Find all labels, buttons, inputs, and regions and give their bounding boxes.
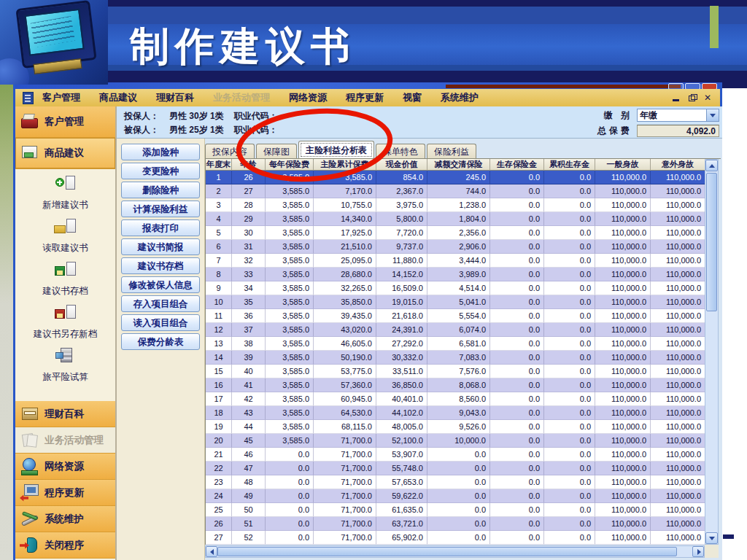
- scroll-left-icon[interactable]: [206, 546, 217, 557]
- table-row[interactable]: 17423,585.060,945.040,401.08,560.00.00.0…: [206, 392, 705, 406]
- table-row[interactable]: 10353,585.035,850.019,015.05,041.00.00.0…: [206, 295, 705, 309]
- tab-投保内容[interactable]: 投保内容: [205, 144, 255, 159]
- table-cell: 5: [206, 226, 232, 240]
- table-row[interactable]: 18433,585.064,530.044,102.09,043.00.00.0…: [206, 406, 705, 420]
- table-row[interactable]: 24490.071,700.059,622.00.00.00.0110,000.…: [206, 489, 705, 503]
- table-cell: 24,391.0: [376, 323, 427, 337]
- table-cell: 9,737.0: [376, 240, 427, 254]
- table-cell: 30: [232, 226, 266, 240]
- table-row[interactable]: 5303,585.017,925.07,720.02,356.00.00.011…: [206, 226, 705, 240]
- table-row[interactable]: 23480.071,700.057,653.00.00.00.0110,000.…: [206, 475, 705, 489]
- table-row[interactable]: 1263,585.03,585.0854.0245.00.00.0110,000…: [206, 171, 705, 184]
- table-cell: 8,068.0: [427, 378, 490, 392]
- table-row[interactable]: 19443,585.068,115.048,005.09,526.00.00.0…: [206, 420, 705, 434]
- table-cell: 28: [232, 198, 266, 212]
- table-cell: 0.0: [490, 337, 544, 351]
- doc-save-icon: [54, 260, 77, 281]
- table-row[interactable]: 14393,585.050,190.030,332.07,083.00.00.0…: [206, 351, 705, 365]
- menu-item-网络资源[interactable]: 网络资源: [289, 91, 327, 104]
- pay-mode-select[interactable]: 年缴: [637, 109, 719, 122]
- sidebar-tool-新增建议书[interactable]: 新增建议书: [15, 171, 115, 211]
- table-cell: 0.0: [490, 226, 544, 240]
- menu-item-系统维护[interactable]: 系统维护: [441, 91, 479, 104]
- sidebar-item-系统维护[interactable]: 系统维护: [15, 506, 115, 532]
- sidebar-tool-建议书存档[interactable]: 建议书存档: [15, 257, 115, 298]
- table-cell: 8: [206, 268, 232, 281]
- horizontal-scrollbar-thumb[interactable]: [217, 547, 677, 556]
- vertical-scrollbar-thumb[interactable]: [706, 173, 717, 311]
- tab-主险利益分析表[interactable]: 主险利益分析表: [298, 141, 374, 159]
- table-cell: 0.0: [490, 434, 544, 448]
- horizontal-scrollbar[interactable]: [205, 545, 705, 558]
- table-row[interactable]: 11363,585.039,435.021,618.05,554.00.00.0…: [206, 309, 705, 323]
- table-cell: 46: [232, 448, 266, 462]
- action-button-保费分龄表[interactable]: 保费分龄表: [121, 333, 200, 350]
- action-button-删除险种[interactable]: 删除险种: [121, 182, 200, 198]
- table-row[interactable]: 21460.071,700.053,907.00.00.00.0110,000.…: [206, 448, 705, 462]
- close-icon[interactable]: [704, 94, 713, 102]
- table-cell: 68,115.0: [314, 420, 376, 434]
- sidebar-tool-读取建议书[interactable]: 读取建议书: [15, 214, 115, 254]
- screen-scribble: [31, 16, 75, 47]
- menu-item-视窗[interactable]: 视窗: [403, 91, 422, 104]
- tab-保单特色[interactable]: 保单特色: [376, 144, 425, 159]
- table-row[interactable]: 15403,585.053,775.033,511.07,576.00.00.0…: [206, 365, 705, 378]
- table-cell: 3,585.0: [266, 365, 314, 378]
- action-button-报表打印[interactable]: 报表打印: [121, 219, 200, 236]
- monitor-graphic: [15, 0, 96, 69]
- action-button-修改被保人信息[interactable]: 修改被保人信息: [121, 276, 200, 293]
- table-row[interactable]: 16413,585.057,360.036,850.08,068.00.00.0…: [206, 378, 705, 392]
- scroll-right-icon[interactable]: [692, 546, 704, 557]
- table-row[interactable]: 27520.071,700.065,902.00.00.00.0110,000.…: [206, 531, 705, 545]
- sidebar-item-程序更新[interactable]: 程序更新: [15, 480, 115, 506]
- sidebar-item-商品建议[interactable]: 商品建议: [15, 138, 115, 169]
- sidebar-item-理财百科[interactable]: 理财百科: [15, 401, 115, 427]
- table-row[interactable]: 9343,585.032,265.016,509.04,514.00.00.01…: [206, 281, 705, 295]
- table-row[interactable]: 12373,585.043,020.024,391.06,074.00.00.0…: [206, 323, 705, 337]
- tab-保障图[interactable]: 保障图: [256, 144, 297, 159]
- sidebar-tool-旅平险试算[interactable]: 旅平险试算: [15, 343, 115, 384]
- table-cell: 60,945.0: [314, 392, 376, 406]
- action-button-建议书存档[interactable]: 建议书存档: [121, 257, 200, 274]
- menu-item-程序更新[interactable]: 程序更新: [346, 91, 384, 104]
- table-row[interactable]: 2273,585.07,170.02,367.0744.00.00.0110,0…: [206, 184, 705, 198]
- action-button-计算保险利益[interactable]: 计算保险利益: [121, 201, 200, 217]
- action-button-存入项目组合[interactable]: 存入项目组合: [121, 295, 200, 312]
- table-row[interactable]: 22470.071,700.055,748.00.00.00.0110,000.…: [206, 462, 705, 475]
- table-row[interactable]: 6313,585.021,510.09,737.02,906.00.00.011…: [206, 240, 705, 254]
- table-row[interactable]: 13383,585.046,605.027,292.06,581.00.00.0…: [206, 337, 705, 351]
- menu-bar: 客户管理商品建议理财百科业务活动管理网络资源程序更新视窗系统维护: [15, 89, 720, 107]
- table-row[interactable]: 3283,585.010,755.03,975.01,238.00.00.011…: [206, 198, 705, 212]
- restore-icon[interactable]: [688, 94, 697, 102]
- chevron-down-icon[interactable]: [706, 109, 719, 121]
- tab-保险利益[interactable]: 保险利益: [427, 144, 476, 159]
- table-row[interactable]: 8333,585.028,680.014,152.03,989.00.00.01…: [206, 268, 705, 281]
- menu-item-理财百科[interactable]: 理财百科: [156, 91, 194, 104]
- table-row[interactable]: 7323,585.025,095.011,880.03,444.00.00.01…: [206, 254, 705, 268]
- table-cell: 0.0: [490, 184, 544, 198]
- table-cell: 4: [206, 212, 232, 226]
- presentation-slide: 制作建议书 客户管理商品建议理财百科业务活动管理网络资源程序更新视窗系统维护: [0, 0, 747, 560]
- sidebar-tool-建议书另存新档[interactable]: 建议书另存新档: [15, 300, 115, 341]
- action-button-变更险种[interactable]: 变更险种: [121, 163, 200, 179]
- table-row[interactable]: 25500.071,700.061,635.00.00.00.0110,000.…: [206, 503, 705, 517]
- action-button-建议书简报[interactable]: 建议书简报: [121, 238, 200, 255]
- table-cell: 110,000.0: [651, 198, 705, 212]
- action-button-读入项目组合[interactable]: 读入项目组合: [121, 314, 200, 331]
- table-row[interactable]: 4293,585.014,340.05,800.01,804.00.00.011…: [206, 212, 705, 226]
- action-button-添加险种[interactable]: 添加险种: [121, 144, 200, 160]
- scroll-up-icon[interactable]: [705, 160, 718, 171]
- sidebar-item-关闭程序[interactable]: 关闭程序: [15, 532, 115, 559]
- table-row[interactable]: 26510.071,700.063,721.00.00.00.0110,000.…: [206, 517, 705, 531]
- menu-item-客户管理[interactable]: 客户管理: [42, 91, 80, 104]
- scroll-down-icon[interactable]: [705, 532, 718, 544]
- table-cell: 110,000.0: [595, 337, 651, 351]
- table-row[interactable]: 20453,585.071,700.052,100.010,000.00.00.…: [206, 434, 705, 448]
- sidebar-item-网络资源[interactable]: 网络资源: [15, 454, 115, 480]
- menu-item-商品建议[interactable]: 商品建议: [99, 91, 137, 104]
- vertical-scrollbar[interactable]: [705, 159, 719, 545]
- minimize-icon[interactable]: [672, 94, 681, 102]
- table-cell: 0.0: [544, 420, 595, 434]
- sidebar-item-客户管理[interactable]: 客户管理: [15, 106, 115, 138]
- table-cell: 21: [206, 448, 232, 462]
